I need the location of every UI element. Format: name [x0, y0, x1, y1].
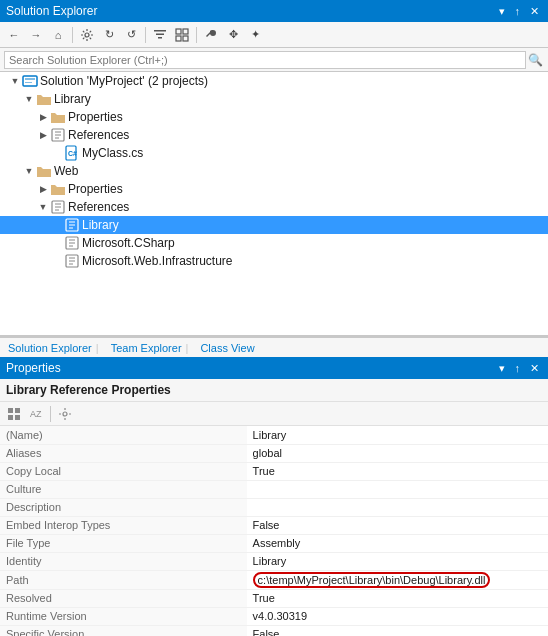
expand-icon-library: ▼: [22, 92, 36, 106]
forward-button[interactable]: →: [26, 25, 46, 45]
back-button[interactable]: ←: [4, 25, 24, 45]
view-button[interactable]: [172, 25, 192, 45]
expand-icon-ref-webinfra: [50, 254, 64, 268]
prop-value-specific-version: False: [247, 625, 548, 636]
prop-label-name: (Name): [0, 426, 247, 444]
tree-item-web-references[interactable]: ▼ References: [0, 198, 548, 216]
tree-item-lib-references[interactable]: ▶ References: [0, 126, 548, 144]
prop-row-runtime-version: Runtime Version v4.0.30319: [0, 607, 548, 625]
prop-value-embed-interop: False: [247, 516, 548, 534]
tree-item-library[interactable]: ▼ Library: [0, 90, 548, 108]
prop-value-name: Library: [247, 426, 548, 444]
ref-library-label: Library: [82, 218, 119, 232]
properties-title-bar: Properties ▾ ↑ ✕: [0, 357, 548, 379]
lib-properties-label: Properties: [68, 110, 123, 124]
prop-label-aliases: Aliases: [0, 444, 247, 462]
wrench-button[interactable]: [201, 25, 221, 45]
svg-rect-1: [154, 30, 166, 32]
prop-row-description: Description: [0, 498, 548, 516]
properties-header: Library Reference Properties: [0, 379, 548, 402]
toolbar-separator-3: [196, 27, 197, 43]
pin-button[interactable]: ▾: [496, 5, 508, 18]
collapse-button[interactable]: ✦: [245, 25, 265, 45]
se-tab-bar: Solution Explorer Team Explorer Class Vi…: [0, 337, 548, 357]
filter-button[interactable]: [150, 25, 170, 45]
ref-csharp-icon: [64, 235, 80, 251]
expand-icon-web: ▼: [22, 164, 36, 178]
prop-value-path: c:\temp\MyProject\Library\bin\Debug\Libr…: [247, 570, 548, 589]
expand-icon-web-props: ▶: [36, 182, 50, 196]
web-folder-icon: [36, 163, 52, 179]
tree-item-ref-library[interactable]: Library: [0, 216, 548, 234]
close-button[interactable]: ✕: [527, 5, 542, 18]
properties-toolbar: AZ: [0, 402, 548, 426]
solution-icon: [22, 73, 38, 89]
toolbar-separator-1: [72, 27, 73, 43]
prop-label-resolved: Resolved: [0, 589, 247, 607]
web-references-icon: [50, 199, 66, 215]
svg-rect-35: [8, 415, 13, 420]
props-close-button[interactable]: ✕: [527, 362, 542, 375]
tree-item-web-properties[interactable]: ▶ Properties: [0, 180, 548, 198]
props-settings-button[interactable]: [55, 404, 75, 424]
refresh2-button[interactable]: ↺: [121, 25, 141, 45]
svg-rect-8: [23, 76, 37, 86]
prop-value-copylocal: True: [247, 462, 548, 480]
tree-item-lib-properties[interactable]: ▶ Properties: [0, 108, 548, 126]
search-icon[interactable]: 🔍: [526, 51, 544, 69]
prop-label-embed-interop: Embed Interop Types: [0, 516, 247, 534]
svg-text:C#: C#: [68, 150, 77, 157]
home-button[interactable]: ⌂: [48, 25, 68, 45]
svg-rect-9: [25, 78, 35, 80]
prop-label-description: Description: [0, 498, 247, 516]
ref-library-icon: [64, 217, 80, 233]
prop-value-identity: Library: [247, 552, 548, 570]
props-pin-button[interactable]: ▾: [496, 362, 508, 375]
prop-value-runtime-version: v4.0.30319: [247, 607, 548, 625]
float-button[interactable]: ↑: [512, 5, 524, 17]
prop-label-culture: Culture: [0, 480, 247, 498]
lib-references-icon: [50, 127, 66, 143]
prop-row-embed-interop: Embed Interop Types False: [0, 516, 548, 534]
ref-webinfra-label: Microsoft.Web.Infrastructure: [82, 254, 233, 268]
svg-rect-3: [158, 37, 162, 39]
props-float-button[interactable]: ↑: [512, 362, 524, 374]
svg-rect-6: [176, 36, 181, 41]
props-alphabetical-button[interactable]: AZ: [26, 404, 46, 424]
prop-label-copylocal: Copy Local: [0, 462, 247, 480]
svg-rect-2: [156, 33, 164, 35]
tree-item-solution[interactable]: ▼ Solution 'MyProject' (2 projects): [0, 72, 548, 90]
expand-icon-ref-library: [50, 218, 64, 232]
tree-item-web[interactable]: ▼ Web: [0, 162, 548, 180]
svg-rect-34: [15, 408, 20, 413]
web-label: Web: [54, 164, 78, 178]
svg-point-0: [85, 33, 89, 37]
path-highlight: c:\temp\MyProject\Library\bin\Debug\Libr…: [253, 572, 491, 588]
prop-row-name: (Name) Library: [0, 426, 548, 444]
tab-team-explorer[interactable]: Team Explorer: [107, 342, 193, 354]
search-input[interactable]: [4, 51, 526, 69]
prop-row-copylocal: Copy Local True: [0, 462, 548, 480]
tree-item-ref-webinfra[interactable]: Microsoft.Web.Infrastructure: [0, 252, 548, 270]
prop-row-identity: Identity Library: [0, 552, 548, 570]
tab-solution-explorer[interactable]: Solution Explorer: [4, 342, 103, 354]
tab-class-view[interactable]: Class View: [196, 342, 258, 354]
expand-icon-ref-csharp: [50, 236, 64, 250]
expand-button[interactable]: ✥: [223, 25, 243, 45]
toolbar-separator-2: [145, 27, 146, 43]
expand-icon-solution: ▼: [8, 74, 22, 88]
properties-table: (Name) Library Aliases global Copy Local…: [0, 426, 548, 636]
prop-row-aliases: Aliases global: [0, 444, 548, 462]
solution-explorer-title-bar: Solution Explorer ▾ ↑ ✕: [0, 0, 548, 22]
prop-row-path: Path c:\temp\MyProject\Library\bin\Debug…: [0, 570, 548, 589]
tree-item-ref-csharp[interactable]: Microsoft.CSharp: [0, 234, 548, 252]
props-categorized-button[interactable]: [4, 404, 24, 424]
tree-item-myclass[interactable]: C# MyClass.cs: [0, 144, 548, 162]
solution-explorer-title: Solution Explorer: [6, 4, 97, 18]
ref-csharp-label: Microsoft.CSharp: [82, 236, 175, 250]
settings-button[interactable]: [77, 25, 97, 45]
library-folder-icon: [36, 91, 52, 107]
refresh-button[interactable]: ↻: [99, 25, 119, 45]
props-header-text: Library Reference Properties: [6, 383, 171, 397]
ref-webinfra-icon: [64, 253, 80, 269]
